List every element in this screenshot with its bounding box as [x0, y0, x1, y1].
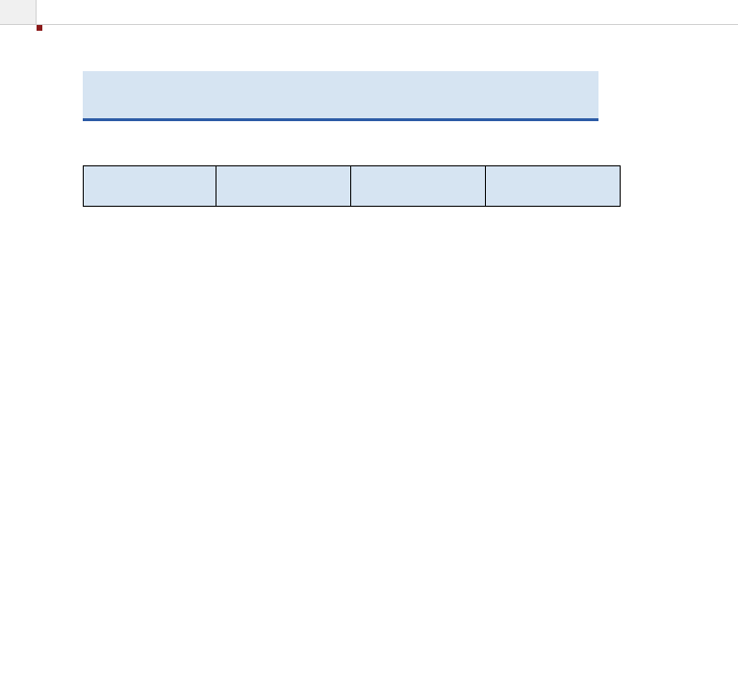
header-given [486, 166, 621, 207]
header-dept [216, 166, 351, 207]
title-cell [83, 71, 598, 121]
data-table [83, 165, 621, 207]
column-headers [0, 0, 738, 25]
header-empid [84, 166, 216, 207]
select-all-corner[interactable] [0, 0, 37, 24]
table-header-row [84, 166, 621, 207]
selection-outline [37, 25, 42, 31]
header-full [351, 166, 486, 207]
